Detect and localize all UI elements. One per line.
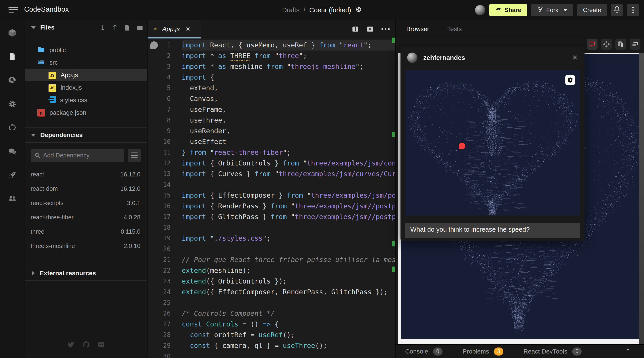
notifications-button[interactable] [611, 4, 623, 16]
tree-item-public[interactable]: public [25, 44, 147, 56]
css-file-icon [48, 96, 56, 105]
git-change-mark [392, 266, 395, 272]
rail-item-team-icon[interactable] [0, 191, 24, 206]
new-file-icon[interactable] [124, 24, 130, 31]
dependency-row[interactable]: threejs-meshline2.0.10 [25, 239, 147, 253]
preview-tab-browser[interactable]: Browser [406, 26, 429, 33]
windows-button[interactable] [630, 39, 640, 50]
responsive-button[interactable] [616, 39, 626, 50]
comment-bubble-icon[interactable]: + [150, 41, 158, 49]
download-icon[interactable]: ↓ [100, 23, 106, 32]
rail-item-search-icon[interactable] [0, 72, 24, 88]
rail-item-rocket-icon[interactable] [0, 167, 24, 183]
preview-tab-tests[interactable]: Tests [447, 26, 462, 33]
create-button[interactable]: Create [577, 4, 607, 16]
share-button[interactable]: Share [489, 4, 527, 16]
dependency-row[interactable]: react-scripts3.0.1 [25, 196, 147, 210]
tree-item-src[interactable]: src [25, 56, 147, 69]
line-number: 18 [148, 222, 170, 233]
code-text: extend({ OrbitControls }); [182, 276, 395, 287]
preview-tabs: BrowserTests [396, 20, 644, 38]
deploy-diamonds-button[interactable] [601, 39, 612, 50]
social-links [25, 340, 147, 350]
preview-run-icon[interactable] [366, 25, 374, 33]
dependency-row[interactable]: react16.12.0 [25, 167, 147, 182]
dependency-name: react-scripts [31, 200, 64, 206]
rail-item-cube-icon[interactable] [0, 25, 24, 41]
statusbar-expand-chevron-icon[interactable]: ⌃ [625, 348, 630, 355]
more-options-button[interactable] [627, 4, 639, 16]
dependency-version: 16.12.0 [120, 171, 140, 178]
rail-item-github-icon[interactable] [0, 120, 24, 136]
dependencies-section-header[interactable]: Dependencies [25, 128, 147, 143]
code-text [182, 179, 395, 190]
code-line-29: 29 const { camera, gl } = useThree(); [148, 340, 395, 351]
upload-icon[interactable]: ↑ [112, 23, 118, 32]
tree-item-styles.css[interactable]: styles.css [25, 94, 147, 106]
files-section-header[interactable]: Files ↓↑ [25, 20, 147, 35]
dependency-version: 3.0.1 [127, 200, 140, 206]
status-problems[interactable]: Problems3 [463, 348, 503, 356]
line-number: 10 [148, 136, 170, 147]
dependency-row[interactable]: react-dom16.12.0 [25, 182, 147, 196]
twitter-icon[interactable] [67, 340, 75, 350]
new-folder-icon[interactable] [136, 24, 143, 31]
collapse-triangle-icon [31, 134, 36, 137]
rail-item-gear-icon[interactable] [0, 96, 24, 112]
split-view-icon[interactable] [352, 25, 359, 33]
tab-appjs[interactable]: JS App.js ✕ [148, 20, 201, 38]
comment-marker-dot[interactable] [459, 143, 465, 149]
code-text: // Pour que React three friber puisse ut… [182, 254, 395, 265]
top-header: CodeSandbox Drafts / Coeur (forked) Shar… [0, 0, 644, 20]
bell-icon [613, 6, 621, 15]
line-number: 21 [148, 254, 170, 265]
tree-item-index.js[interactable]: JSindex.js [25, 82, 147, 94]
code-text: useThree, [182, 115, 395, 126]
brave-shield-icon[interactable] [565, 75, 575, 85]
explorer-panel: Files ↓↑ publicsrcJSApp.jsJSindex.jsstyl… [24, 20, 148, 358]
line-number: 12 [148, 158, 170, 168]
tree-item-App.js[interactable]: JSApp.js [25, 69, 147, 82]
line-number: 9 [148, 126, 170, 136]
code-text: } from "react-three-fiber"; [182, 147, 395, 158]
preview-scrollbar[interactable] [639, 53, 644, 344]
line-number: 20 [148, 244, 170, 254]
dependency-menu-button[interactable] [128, 149, 141, 162]
kebab-icon [632, 7, 634, 14]
share-icon [495, 6, 502, 14]
comment-message-box[interactable]: What do you think to increase the speed? [405, 223, 580, 238]
code-text: import React, { useMemo, useRef } from "… [182, 40, 395, 50]
tree-item-package.json[interactable]: npackage.json [25, 106, 147, 119]
popup-close-icon[interactable]: ✕ [572, 54, 578, 62]
github-social-icon[interactable] [82, 340, 90, 350]
rail-item-file-icon[interactable] [0, 49, 24, 64]
breadcrumb-separator: / [304, 6, 305, 14]
external-resources-title: External resources [40, 270, 96, 277]
commenter-avatar[interactable] [407, 52, 418, 63]
code-area[interactable]: +1import React, { useMemo, useRef } from… [148, 38, 395, 358]
external-resources-header[interactable]: External resources [25, 266, 147, 281]
breadcrumb-parent[interactable]: Drafts [282, 6, 300, 14]
collapse-triangle-icon [31, 26, 36, 29]
globe-icon[interactable] [355, 6, 362, 14]
status-react-devtools[interactable]: React DevTools0 [524, 348, 582, 356]
fork-button[interactable]: Fork [531, 4, 573, 16]
breadcrumb-current[interactable]: Coeur (forked) [309, 6, 351, 14]
code-line-15: 15import { EffectComposer } from "three/… [148, 190, 395, 201]
rail-item-comments-icon[interactable] [0, 144, 24, 159]
fork-dropdown-caret-icon[interactable] [563, 9, 567, 12]
add-dependency-input[interactable] [43, 152, 110, 159]
comment-button[interactable] [587, 39, 598, 50]
code-line-24: 24extend({ EffectComposer, RenderPass, G… [148, 287, 395, 298]
tab-close-icon[interactable]: ✕ [186, 26, 190, 33]
status-console[interactable]: Console0 [405, 348, 442, 356]
comment-popup: zehfernandes ✕ What do you think to incr… [400, 46, 584, 241]
discord-icon[interactable] [97, 340, 105, 350]
dependency-row[interactable]: three0.115.0 [25, 224, 147, 239]
dependency-version: 16.12.0 [120, 185, 140, 192]
add-dependency-field[interactable] [31, 149, 124, 162]
dependency-row[interactable]: react-three-fiber4.0.28 [25, 210, 147, 224]
user-avatar[interactable] [475, 5, 485, 15]
more-icon[interactable]: ••• [381, 25, 391, 33]
line-number: 15 [148, 190, 170, 201]
